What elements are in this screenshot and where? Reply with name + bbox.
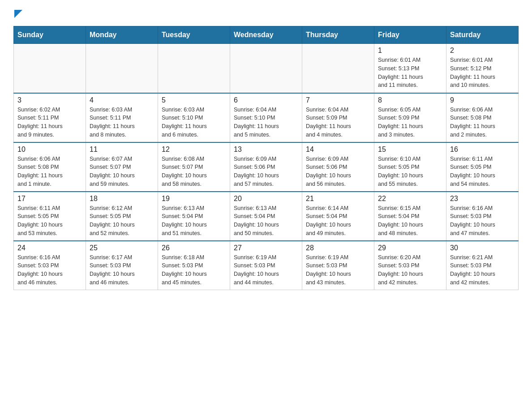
day-number: 8 — [378, 96, 442, 104]
day-info: Sunrise: 6:11 AMSunset: 5:05 PMDaylight:… — [17, 204, 82, 238]
weekday-header-thursday: Thursday — [302, 26, 374, 44]
day-number: 6 — [234, 96, 298, 104]
day-info: Sunrise: 6:08 AMSunset: 5:07 PMDaylight:… — [162, 155, 226, 188]
day-info: Sunrise: 6:06 AMSunset: 5:08 PMDaylight:… — [17, 155, 82, 188]
day-info: Sunrise: 6:20 AMSunset: 5:03 PMDaylight:… — [378, 253, 442, 287]
calendar-week-row: 10Sunrise: 6:06 AMSunset: 5:08 PMDayligh… — [14, 142, 519, 192]
weekday-header-tuesday: Tuesday — [158, 26, 230, 44]
calendar-cell: 11Sunrise: 6:07 AMSunset: 5:07 PMDayligh… — [86, 142, 158, 192]
day-number: 25 — [90, 244, 154, 252]
logo — [13, 9, 22, 17]
calendar-cell: 24Sunrise: 6:16 AMSunset: 5:03 PMDayligh… — [14, 241, 86, 290]
day-number: 7 — [306, 96, 370, 104]
day-info: Sunrise: 6:09 AMSunset: 5:06 PMDaylight:… — [234, 155, 298, 188]
day-info: Sunrise: 6:04 AMSunset: 5:10 PMDaylight:… — [234, 106, 298, 139]
calendar-week-row: 3Sunrise: 6:02 AMSunset: 5:11 PMDaylight… — [14, 93, 519, 142]
day-number: 20 — [234, 195, 298, 203]
weekday-header-monday: Monday — [86, 26, 158, 44]
day-info: Sunrise: 6:15 AMSunset: 5:04 PMDaylight:… — [378, 204, 442, 238]
weekday-header-sunday: Sunday — [14, 26, 86, 44]
day-number: 5 — [162, 96, 226, 104]
day-number: 22 — [378, 195, 442, 203]
day-number: 11 — [90, 146, 154, 154]
calendar-cell: 8Sunrise: 6:05 AMSunset: 5:09 PMDaylight… — [374, 93, 446, 142]
calendar-cell — [230, 44, 302, 93]
day-number: 28 — [306, 244, 370, 252]
day-number: 19 — [162, 195, 226, 203]
calendar-cell: 21Sunrise: 6:14 AMSunset: 5:04 PMDayligh… — [302, 192, 374, 241]
day-number: 24 — [17, 244, 82, 252]
day-number: 9 — [450, 96, 515, 104]
day-info: Sunrise: 6:19 AMSunset: 5:03 PMDaylight:… — [306, 253, 370, 287]
logo-arrow-icon — [14, 10, 22, 18]
day-info: Sunrise: 6:13 AMSunset: 5:04 PMDaylight:… — [162, 204, 226, 238]
day-number: 15 — [378, 146, 442, 154]
day-number: 2 — [450, 47, 515, 55]
calendar-table: SundayMondayTuesdayWednesdayThursdayFrid… — [13, 26, 519, 290]
calendar-week-row: 17Sunrise: 6:11 AMSunset: 5:05 PMDayligh… — [14, 192, 519, 241]
calendar-week-row: 24Sunrise: 6:16 AMSunset: 5:03 PMDayligh… — [14, 241, 519, 290]
calendar-cell: 3Sunrise: 6:02 AMSunset: 5:11 PMDaylight… — [14, 93, 86, 142]
day-info: Sunrise: 6:01 AMSunset: 5:13 PMDaylight:… — [378, 56, 442, 90]
day-info: Sunrise: 6:06 AMSunset: 5:08 PMDaylight:… — [450, 106, 515, 139]
day-number: 27 — [234, 244, 298, 252]
weekday-header-wednesday: Wednesday — [230, 26, 302, 44]
calendar-cell: 4Sunrise: 6:03 AMSunset: 5:11 PMDaylight… — [86, 93, 158, 142]
calendar-cell: 12Sunrise: 6:08 AMSunset: 5:07 PMDayligh… — [158, 142, 230, 192]
calendar-cell: 22Sunrise: 6:15 AMSunset: 5:04 PMDayligh… — [374, 192, 446, 241]
day-number: 16 — [450, 146, 515, 154]
day-number: 10 — [17, 146, 82, 154]
calendar-cell: 26Sunrise: 6:18 AMSunset: 5:03 PMDayligh… — [158, 241, 230, 290]
day-number: 14 — [306, 146, 370, 154]
calendar-cell: 27Sunrise: 6:19 AMSunset: 5:03 PMDayligh… — [230, 241, 302, 290]
day-info: Sunrise: 6:01 AMSunset: 5:12 PMDaylight:… — [450, 56, 515, 90]
calendar-cell: 1Sunrise: 6:01 AMSunset: 5:13 PMDaylight… — [374, 44, 446, 93]
calendar-cell: 25Sunrise: 6:17 AMSunset: 5:03 PMDayligh… — [86, 241, 158, 290]
calendar-cell: 9Sunrise: 6:06 AMSunset: 5:08 PMDaylight… — [446, 93, 519, 142]
calendar-cell: 30Sunrise: 6:21 AMSunset: 5:03 PMDayligh… — [446, 241, 519, 290]
calendar-cell: 15Sunrise: 6:10 AMSunset: 5:05 PMDayligh… — [374, 142, 446, 192]
calendar-cell: 6Sunrise: 6:04 AMSunset: 5:10 PMDaylight… — [230, 93, 302, 142]
calendar-week-row: 1Sunrise: 6:01 AMSunset: 5:13 PMDaylight… — [14, 44, 519, 93]
calendar-cell — [86, 44, 158, 93]
day-info: Sunrise: 6:05 AMSunset: 5:09 PMDaylight:… — [378, 106, 442, 139]
day-info: Sunrise: 6:07 AMSunset: 5:07 PMDaylight:… — [90, 155, 154, 188]
day-info: Sunrise: 6:19 AMSunset: 5:03 PMDaylight:… — [234, 253, 298, 287]
day-info: Sunrise: 6:18 AMSunset: 5:03 PMDaylight:… — [162, 253, 226, 287]
calendar-cell: 23Sunrise: 6:16 AMSunset: 5:03 PMDayligh… — [446, 192, 519, 241]
calendar-cell: 29Sunrise: 6:20 AMSunset: 5:03 PMDayligh… — [374, 241, 446, 290]
calendar-cell: 2Sunrise: 6:01 AMSunset: 5:12 PMDaylight… — [446, 44, 519, 93]
day-info: Sunrise: 6:09 AMSunset: 5:06 PMDaylight:… — [306, 155, 370, 188]
calendar-cell — [14, 44, 86, 93]
calendar-cell — [302, 44, 374, 93]
calendar-cell: 19Sunrise: 6:13 AMSunset: 5:04 PMDayligh… — [158, 192, 230, 241]
day-info: Sunrise: 6:12 AMSunset: 5:05 PMDaylight:… — [90, 204, 154, 238]
day-info: Sunrise: 6:03 AMSunset: 5:10 PMDaylight:… — [162, 106, 226, 139]
day-info: Sunrise: 6:16 AMSunset: 5:03 PMDaylight:… — [450, 204, 515, 238]
calendar-cell: 7Sunrise: 6:04 AMSunset: 5:09 PMDaylight… — [302, 93, 374, 142]
calendar-cell: 18Sunrise: 6:12 AMSunset: 5:05 PMDayligh… — [86, 192, 158, 241]
day-number: 4 — [90, 96, 154, 104]
day-number: 26 — [162, 244, 226, 252]
day-info: Sunrise: 6:16 AMSunset: 5:03 PMDaylight:… — [17, 253, 82, 287]
day-info: Sunrise: 6:10 AMSunset: 5:05 PMDaylight:… — [378, 155, 442, 188]
svg-marker-0 — [14, 10, 22, 18]
day-info: Sunrise: 6:21 AMSunset: 5:03 PMDaylight:… — [450, 253, 515, 287]
day-number: 3 — [17, 96, 82, 104]
calendar-cell: 20Sunrise: 6:13 AMSunset: 5:04 PMDayligh… — [230, 192, 302, 241]
day-info: Sunrise: 6:03 AMSunset: 5:11 PMDaylight:… — [90, 106, 154, 139]
calendar-cell: 14Sunrise: 6:09 AMSunset: 5:06 PMDayligh… — [302, 142, 374, 192]
day-number: 29 — [378, 244, 442, 252]
day-number: 23 — [450, 195, 515, 203]
calendar-cell: 10Sunrise: 6:06 AMSunset: 5:08 PMDayligh… — [14, 142, 86, 192]
day-number: 21 — [306, 195, 370, 203]
day-number: 30 — [450, 244, 515, 252]
calendar-cell: 13Sunrise: 6:09 AMSunset: 5:06 PMDayligh… — [230, 142, 302, 192]
calendar-cell: 5Sunrise: 6:03 AMSunset: 5:10 PMDaylight… — [158, 93, 230, 142]
page-header — [13, 9, 519, 17]
day-info: Sunrise: 6:14 AMSunset: 5:04 PMDaylight:… — [306, 204, 370, 238]
day-info: Sunrise: 6:02 AMSunset: 5:11 PMDaylight:… — [17, 106, 82, 139]
day-info: Sunrise: 6:17 AMSunset: 5:03 PMDaylight:… — [90, 253, 154, 287]
day-info: Sunrise: 6:04 AMSunset: 5:09 PMDaylight:… — [306, 106, 370, 139]
day-number: 12 — [162, 146, 226, 154]
